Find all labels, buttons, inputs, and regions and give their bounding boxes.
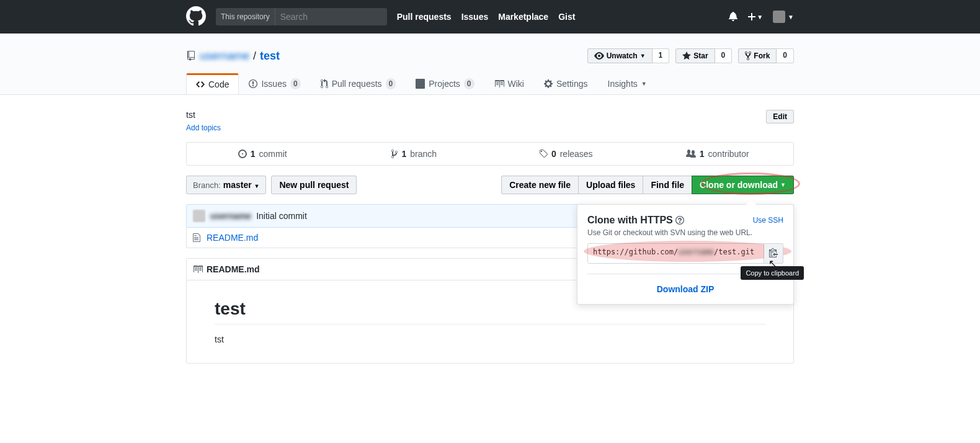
add-topics-link[interactable]: Add topics [186, 123, 221, 132]
use-ssh-link[interactable]: Use SSH [753, 216, 783, 225]
file-icon [193, 233, 200, 243]
copy-tooltip: Copy to clipboard [741, 266, 804, 280]
branch-select[interactable]: Branch: master ▼ [186, 176, 266, 194]
clone-title: Clone with HTTPS [587, 215, 684, 226]
file-name-link[interactable]: README.md [207, 233, 258, 243]
tab-settings[interactable]: Settings [534, 73, 598, 94]
notifications-icon[interactable] [728, 11, 738, 23]
avatar-icon [773, 11, 785, 23]
github-logo[interactable] [186, 6, 206, 28]
repo-icon [186, 51, 196, 61]
help-icon[interactable] [675, 215, 684, 225]
tab-wiki[interactable]: Wiki [484, 73, 534, 94]
clone-dropdown: Clone with HTTPS Use SSH Use Git or chec… [577, 204, 794, 305]
tab-insights[interactable]: Insights ▼ [598, 73, 657, 94]
search-input[interactable] [275, 8, 387, 25]
fork-button[interactable]: Fork [738, 48, 777, 63]
copy-url-button[interactable]: ↖ Copy to clipboard [764, 243, 783, 264]
commit-author[interactable]: username [210, 211, 251, 221]
clone-or-download-button[interactable]: Clone or download ▼ [692, 176, 794, 194]
clone-url-input[interactable]: https://github.com/username/test.git [587, 243, 764, 264]
tab-issues[interactable]: Issues0 [239, 73, 310, 94]
branches-summary[interactable]: 1branch [339, 143, 491, 165]
create-new-icon[interactable]: ▼ [748, 12, 763, 22]
nav-gist[interactable]: Gist [558, 12, 575, 22]
upload-files-button[interactable]: Upload files [578, 176, 643, 194]
star-button[interactable]: Star [675, 48, 715, 63]
nav-issues[interactable]: Issues [461, 12, 489, 22]
tab-code[interactable]: Code [186, 73, 239, 94]
tab-projects[interactable]: Projects0 [406, 73, 484, 94]
contributors-summary[interactable]: 1contributor [642, 143, 794, 165]
tab-pull-requests[interactable]: Pull requests0 [311, 73, 406, 94]
download-zip-link[interactable]: Download ZIP [657, 284, 715, 294]
repo-description: tst [186, 110, 794, 120]
unwatch-button[interactable]: Unwatch ▼ [587, 48, 653, 63]
nav-pull-requests[interactable]: Pull requests [397, 12, 452, 22]
clipboard-icon [769, 248, 778, 257]
find-file-button[interactable]: Find file [643, 176, 692, 194]
search-scope-label[interactable]: This repository [216, 8, 275, 25]
search-container: This repository [216, 8, 387, 25]
book-icon [193, 264, 203, 274]
commit-message[interactable]: Initial commit [256, 211, 307, 221]
nav-marketplace[interactable]: Marketplace [498, 12, 548, 22]
repo-name-link[interactable]: test [260, 50, 280, 63]
new-pull-request-button[interactable]: New pull request [271, 176, 357, 194]
clone-description: Use Git or checkout with SVN using the w… [587, 228, 783, 237]
readme-body-text: tst [215, 334, 765, 344]
fork-count[interactable]: 0 [777, 48, 794, 63]
create-new-file-button[interactable]: Create new file [501, 176, 578, 194]
star-count[interactable]: 0 [715, 48, 733, 63]
releases-summary[interactable]: 0releases [490, 143, 642, 165]
edit-description-button[interactable]: Edit [766, 110, 794, 123]
repo-owner-link[interactable]: username [200, 50, 249, 63]
watch-count[interactable]: 1 [653, 48, 670, 63]
user-menu[interactable]: ▼ [773, 11, 794, 23]
commits-summary[interactable]: 1commit [187, 143, 339, 165]
commit-avatar-icon [193, 210, 205, 222]
path-separator: / [253, 50, 256, 63]
